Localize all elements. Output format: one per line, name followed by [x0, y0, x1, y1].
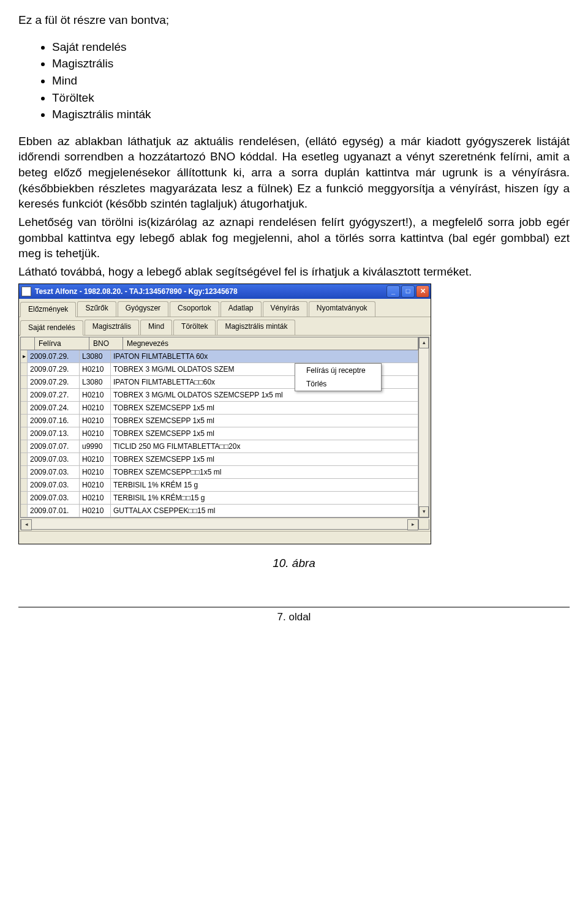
maximize-button[interactable]: □: [401, 285, 415, 298]
cell-felirva: 2009.07.29.: [28, 363, 80, 375]
row-marker: [21, 466, 28, 478]
cell-bno: H0210: [80, 492, 111, 504]
tab-mind[interactable]: Mind: [140, 320, 172, 335]
paragraph-2: Lehetőség van törölni is(kizárólag az az…: [18, 214, 570, 261]
cell-felirva: 2009.07.29.: [28, 350, 80, 362]
cell-bno: H0210: [80, 402, 111, 414]
cell-felirva: 2009.07.03.: [28, 466, 80, 478]
tab-csoportok[interactable]: Csoportok: [170, 301, 219, 317]
table-row[interactable]: 2009.07.29.H0210TOBREX 3 MG/ML OLDATOS S…: [21, 363, 418, 376]
tab-szurok[interactable]: Szűrők: [77, 301, 116, 317]
tab-row-1: Előzmények Szűrők Gyógyszer Csoportok Ad…: [19, 299, 431, 317]
cell-felirva: 2009.07.03.: [28, 479, 80, 491]
scroll-track[interactable]: [32, 519, 407, 529]
table-row[interactable]: 2009.07.03.H0210TOBREX SZEMCSEPP 1x5 ml: [21, 453, 418, 466]
cell-felirva: 2009.07.03.: [28, 453, 80, 465]
cell-megnevezes: TERBISIL 1% KRÉM□□15 g: [111, 492, 418, 504]
cell-felirva: 2009.07.16.: [28, 415, 80, 427]
rowmarker-header: [21, 337, 35, 350]
window-title: Teszt Alfonz - 1982.08.20. - TAJ:1345678…: [35, 287, 386, 296]
table-row[interactable]: 2009.07.03.H0210TERBISIL 1% KRÉM 15 g: [21, 479, 418, 492]
cell-megnevezes: TOBREX SZEMCSEPP 1x5 ml: [111, 402, 418, 414]
intro-text: Ez a fül öt részre van bontva;: [18, 12, 570, 28]
list-item: Mind: [52, 73, 570, 89]
row-marker: [21, 350, 28, 362]
minimize-button[interactable]: _: [386, 285, 400, 298]
row-marker: [21, 505, 28, 517]
scroll-left-button[interactable]: ◂: [21, 519, 32, 530]
cell-bno: H0210: [80, 479, 111, 491]
paragraph-1: Ebben az ablakban láthatjuk az aktuális …: [18, 133, 570, 212]
list-item: Töröltek: [52, 90, 570, 106]
cell-bno: L3080: [80, 376, 111, 388]
row-marker: [21, 440, 28, 453]
cell-felirva: 2009.07.13.: [28, 427, 80, 440]
row-marker: [21, 363, 28, 375]
cell-bno: H0210: [80, 427, 111, 440]
scroll-right-button[interactable]: ▸: [407, 519, 418, 530]
titlebar: Teszt Alfonz - 1982.08.20. - TAJ:1345678…: [19, 284, 431, 299]
close-button[interactable]: ✕: [416, 285, 429, 298]
cell-felirva: 2009.07.27.: [28, 389, 80, 401]
data-grid: Felírva BNO Megnevezés 2009.07.29.L3080I…: [20, 337, 429, 518]
ctx-feliras-uj-receptre[interactable]: Felírás új receptre: [295, 364, 381, 377]
scroll-corner: [418, 519, 429, 529]
col-header-bno[interactable]: BNO: [89, 337, 123, 350]
cell-megnevezes: TICLID 250 MG FILMTABLETTA□□20x: [111, 440, 418, 453]
cell-bno: H0210: [80, 453, 111, 465]
tab-toroltek[interactable]: Töröltek: [173, 320, 216, 335]
scroll-up-button[interactable]: ▴: [419, 337, 429, 348]
row-marker: [21, 389, 28, 401]
grid-body: 2009.07.29.L3080IPATON FILMTABLETTA 60x2…: [21, 350, 418, 517]
cell-bno: H0210: [80, 389, 111, 401]
tab-magisztralis[interactable]: Magisztrális: [85, 320, 139, 335]
row-marker: [21, 415, 28, 427]
tab-gyogyszer[interactable]: Gyógyszer: [118, 301, 168, 317]
table-row[interactable]: 2009.07.16.H0210TOBREX SZEMCSEPP 1x5 ml: [21, 415, 418, 427]
cell-megnevezes: GUTTALAX CSEPPEK□□15 ml: [111, 505, 418, 517]
app-screenshot: Teszt Alfonz - 1982.08.20. - TAJ:1345678…: [18, 284, 431, 544]
cell-bno: L3080: [80, 350, 111, 362]
row-marker: [21, 453, 28, 465]
table-row[interactable]: 2009.07.03.H0210TOBREX SZEMCSEPP□□1x5 ml: [21, 466, 418, 479]
tab-venyiras[interactable]: Vényírás: [263, 301, 307, 317]
cell-bno: H0210: [80, 466, 111, 478]
ctx-torles[interactable]: Törlés: [295, 377, 381, 391]
cell-felirva: 2009.07.24.: [28, 402, 80, 414]
cell-megnevezes: TOBREX SZEMCSEPP 1x5 ml: [111, 415, 418, 427]
table-row[interactable]: 2009.07.03.H0210TERBISIL 1% KRÉM□□15 g: [21, 492, 418, 505]
cell-felirva: 2009.07.03.: [28, 492, 80, 504]
cell-felirva: 2009.07.29.: [28, 376, 80, 388]
vertical-scrollbar[interactable]: ▴ ▾: [418, 337, 429, 517]
tab-elozmenyek[interactable]: Előzmények: [20, 302, 76, 317]
table-row[interactable]: 2009.07.29.L3080IPATON FILMTABLETTA 60x: [21, 350, 418, 363]
horizontal-scrollbar[interactable]: ◂ ▸: [20, 519, 429, 530]
scroll-down-button[interactable]: ▾: [419, 506, 429, 517]
row-marker: [21, 427, 28, 440]
tab-magisztralis-mintak[interactable]: Magisztrális minták: [217, 320, 295, 335]
bullet-list: Saját rendelés Magisztrális Mind Törölte…: [18, 39, 570, 122]
table-row[interactable]: 2009.07.07.u9990TICLID 250 MG FILMTABLET…: [21, 440, 418, 453]
tab-sajat-rendeles[interactable]: Saját rendelés: [20, 320, 83, 336]
col-header-megnevezes[interactable]: Megnevezés: [123, 337, 418, 350]
tab-adatlap[interactable]: Adatlap: [221, 301, 262, 317]
table-row[interactable]: 2009.07.24.H0210TOBREX SZEMCSEPP 1x5 ml: [21, 402, 418, 415]
cell-megnevezes: IPATON FILMTABLETTA 60x: [111, 350, 418, 362]
page-footer: 7. oldal: [18, 607, 570, 623]
list-item: Magisztrális: [52, 56, 570, 72]
table-row[interactable]: 2009.07.01.H0210GUTTALAX CSEPPEK□□15 ml: [21, 505, 418, 517]
col-header-felirva[interactable]: Felírva: [35, 337, 89, 350]
cell-megnevezes: TOBREX SZEMCSEPP 1x5 ml: [111, 453, 418, 465]
paragraph-3: Látható továbbá, hogy a lebegő ablak seg…: [18, 264, 570, 280]
grid-header: Felírva BNO Megnevezés: [21, 337, 418, 350]
cell-bno: H0210: [80, 415, 111, 427]
cell-bno: H0210: [80, 363, 111, 375]
status-bar: [19, 531, 431, 544]
tab-row-2: Saját rendelés Magisztrális Mind Törölte…: [19, 317, 431, 336]
tab-nyomtatvanyok[interactable]: Nyomtatványok: [309, 301, 375, 317]
row-marker: [21, 376, 28, 388]
scroll-track[interactable]: [419, 348, 429, 506]
app-icon: [21, 287, 31, 296]
cell-felirva: 2009.07.07.: [28, 440, 80, 453]
table-row[interactable]: 2009.07.13.H0210TOBREX SZEMCSEPP 1x5 ml: [21, 427, 418, 440]
